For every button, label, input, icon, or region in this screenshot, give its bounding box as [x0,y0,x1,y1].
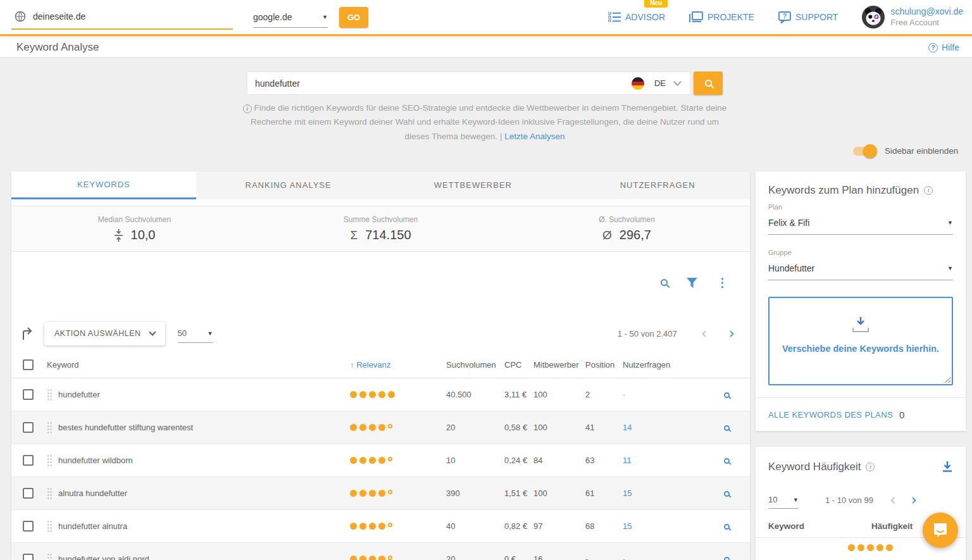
drag-handle-icon[interactable] [47,389,52,401]
col-relevanz[interactable]: ↑ Relevanz [350,360,446,370]
keyword-search-row: DE [247,72,723,95]
letzte-analysen-link[interactable]: Letzte Analysen [504,132,564,141]
row-checkbox[interactable] [23,554,34,560]
nutzerfragen-value[interactable]: 15 [623,488,686,498]
row-search-icon[interactable] [724,521,750,532]
tab-nutzerfragen[interactable]: NUTZERFRAGEN [565,171,750,199]
drag-handle-icon[interactable] [47,487,52,500]
keyword-dropzone[interactable]: Verschiebe deine Keywords hierhin. [768,297,953,385]
row-checkbox[interactable] [23,389,34,400]
table-row: hundefutter alnutra 40 0,82 € 97 68 15 [11,510,750,543]
stat-label: Summe Suchvolumen [344,215,418,224]
next-page-icon[interactable]: › [728,326,735,341]
prev-page-icon[interactable]: ‹ [701,326,707,341]
relevance-dots [350,424,446,431]
table-search-icon[interactable] [661,279,668,286]
row-checkbox[interactable] [23,521,34,532]
median-icon [114,229,123,242]
chat-widget-button[interactable] [923,513,958,548]
row-search-icon[interactable] [724,389,750,401]
chevron-down-icon[interactable] [673,78,682,86]
table-row: hundefutter wildborn 10 0,24 € 84 63 11 [11,444,750,477]
relevance-dots [350,523,446,530]
account-menu[interactable]: schulung@xovi.de Free Account [862,6,963,28]
caret-down-icon: ▼ [947,265,953,271]
domain-input-group [11,4,233,30]
sidebar-toggle-row: Sidebar einblenden [853,146,958,156]
keyword-text: hundefutter alnutra [58,521,127,531]
pagination-range: 1 - 50 von 2.407 [618,329,677,339]
mitbewerber-value: 100 [533,488,585,498]
relevance-dots [350,391,446,398]
row-search-icon[interactable] [724,488,750,499]
row-checkbox[interactable] [23,455,34,466]
domain-input[interactable] [33,11,210,22]
drag-handle-icon[interactable] [47,421,52,434]
row-search-icon[interactable] [724,554,750,560]
row-checkbox[interactable] [23,488,34,499]
search-button[interactable] [694,72,723,95]
nav-support[interactable]: ? SUPPORT [778,11,838,23]
more-options-icon[interactable]: ⋮ [716,277,728,289]
col-mitbewerber[interactable]: Mitbewerber [533,360,585,370]
tab-ranking-analyse[interactable]: RANKING ANALYSE [196,171,381,199]
drag-handle-icon[interactable] [47,553,52,560]
row-search-icon[interactable] [724,422,750,433]
col-position[interactable]: Position [585,360,623,370]
row-search-icon[interactable] [724,455,750,466]
page-size-select[interactable]: 50 ▼ [178,324,213,343]
nutzerfragen-value[interactable]: 15 [623,521,686,531]
title-bar: Keyword Analyse ? Hilfe [0,38,972,58]
col-suchvolumen[interactable]: Suchvolumen [446,360,504,370]
resize-handle[interactable] [944,376,950,383]
help-label: Hilfe [942,42,959,53]
caret-down-icon: ▼ [208,330,213,337]
account-email: schulung@xovi.de [890,6,963,18]
search-engine-select[interactable]: google.de ▼ [253,6,328,28]
suchvolumen-value: 10 [446,456,504,465]
keyword-text: hundefutter von aldi nord [58,554,149,560]
filter-icon[interactable] [687,278,697,288]
nav-advisor[interactable]: Neu ADVISOR [608,12,665,22]
frequency-page-size-select[interactable]: 10 ▼ [768,491,799,509]
nutzerfragen-value[interactable]: 14 [623,423,686,432]
table-row: hundefutter von aldi nord 20 0 € 16 - - [11,543,750,560]
nav-projekte[interactable]: PROJEKTE [689,11,754,23]
select-all-checkbox[interactable] [23,359,34,370]
plan-panel-title: Keywords zum Plan hinzufügen [768,184,919,197]
suchvolumen-value: 40.500 [446,390,504,399]
next-page-icon[interactable]: › [911,492,918,507]
download-icon[interactable] [942,461,953,472]
info-icon: i [243,104,252,113]
row-checkbox[interactable] [23,422,34,433]
go-button[interactable]: GO [339,7,368,28]
tab-wettbewerber[interactable]: WETTBEWERBER [381,171,566,199]
prev-page-icon[interactable]: ‹ [890,492,896,507]
export-arrow-icon[interactable] [22,327,34,340]
sidebar-toggle-label: Sidebar einblenden [885,146,958,156]
info-icon[interactable]: i [924,186,933,195]
suchvolumen-value: 390 [446,488,504,498]
nutzerfragen-value[interactable]: 11 [623,456,686,465]
drag-handle-icon[interactable] [47,520,52,533]
col-cpc[interactable]: CPC [504,360,533,370]
cpc-value: 0,82 € [504,521,533,531]
sidebar-toggle[interactable] [853,147,876,156]
support-chat-icon: ? [778,11,791,23]
toggle-knob [863,144,877,158]
col-nutzerfragen[interactable]: Nutzerfragen [623,360,686,370]
all-keywords-link[interactable]: ALLE KEYWORDS DES PLANS [768,410,893,420]
search-description-text: Finde die richtigen Keywords für deine S… [251,103,726,141]
info-icon[interactable]: i [866,463,875,471]
col-keyword[interactable]: Keyword [47,360,350,370]
chevron-down-icon [149,328,156,335]
drag-handle-icon[interactable] [47,454,52,467]
suchvolumen-value: 20 [446,554,504,560]
keyword-search-input[interactable] [255,78,632,89]
action-select[interactable]: AKTION AUSWÄHLEN [44,322,165,345]
tab-keywords[interactable]: KEYWORDS [11,171,196,199]
group-select[interactable]: Hundefutter ▼ [768,256,953,280]
main-panel: KEYWORDS RANKING ANALYSE WETTBEWERBER NU… [11,171,750,560]
plan-select[interactable]: Felix & Fifi ▼ [768,211,953,235]
help-link[interactable]: ? Hilfe [928,42,959,53]
